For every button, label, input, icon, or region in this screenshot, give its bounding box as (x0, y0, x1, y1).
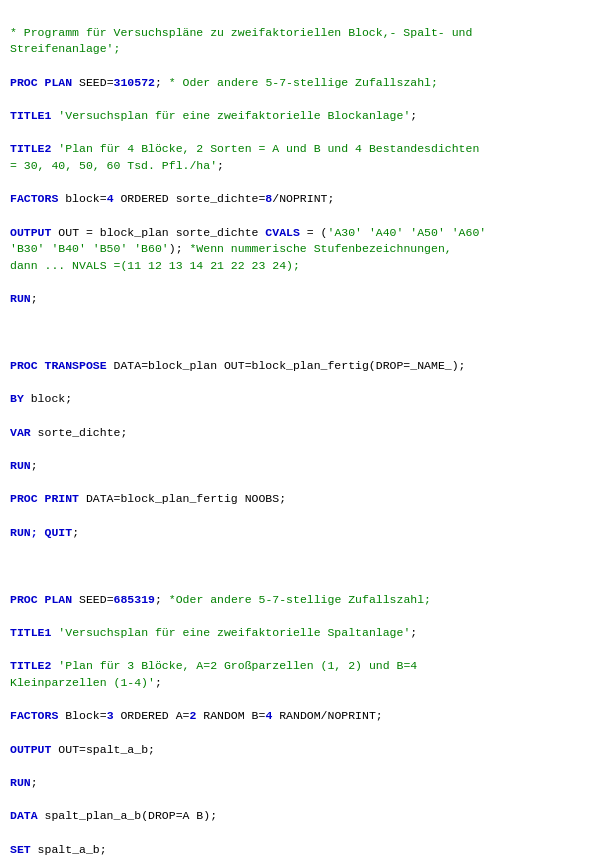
comment-line1: * Programm für Versuchspläne zu zweifakt… (10, 26, 472, 56)
code18: ; (31, 776, 38, 789)
str4: 'Versuchsplan für eine zweifaktorielle S… (58, 626, 410, 639)
kw-run2: RUN (10, 459, 31, 472)
code6: ; (31, 292, 38, 305)
kw-set1: SET (10, 843, 31, 856)
val4: 685319 (114, 593, 155, 606)
code9: sorte_dichte; (31, 426, 128, 439)
kw-run4: RUN (10, 776, 31, 789)
code16c: RANDOM B= (196, 709, 265, 722)
code15b: ; (155, 676, 162, 689)
code12: ; (72, 526, 79, 539)
kw-proc4: PROC PLAN (10, 593, 72, 606)
code13: SEED= (72, 593, 113, 606)
kw-var1: VAR (10, 426, 31, 439)
kw-output2: OUTPUT (10, 743, 51, 756)
kw-cvals: CVALS (265, 226, 300, 239)
code19: spalt_plan_a_b(DROP=A B); (38, 809, 217, 822)
kw-title1a: TITLE1 (10, 109, 51, 122)
code13b: ; (155, 593, 169, 606)
code11: DATA=block_plan_fertig NOOBS; (79, 492, 286, 505)
str5: 'Plan für 3 Blöcke, A=2 Großparzellen (1… (10, 659, 417, 689)
kw-factors2: FACTORS (10, 709, 58, 722)
code-container: * Programm für Versuchspläne zu zweifakt… (10, 8, 585, 863)
str1: 'Versuchsplan für eine zweifaktorielle B… (58, 109, 410, 122)
code16: Block= (58, 709, 106, 722)
code10: ; (31, 459, 38, 472)
code5: OUT = block_plan sorte_dichte (51, 226, 265, 239)
code5b: = ( (300, 226, 328, 239)
code5c: ); (169, 242, 190, 255)
kw-output1: OUTPUT (10, 226, 51, 239)
code20: spalt_a_b; (31, 843, 107, 856)
kw-title2b: TITLE2 (10, 659, 51, 672)
kw-proc1: PROC PLAN (10, 76, 72, 89)
code2b: ; (410, 109, 417, 122)
str2: 'Plan für 4 Blöcke, 2 Sorten = A und B u… (10, 142, 479, 172)
code16d: RANDOM/NOPRINT; (272, 709, 382, 722)
kw-by1: BY (10, 392, 24, 405)
code4: block= (58, 192, 106, 205)
comment2: * Oder andere 5-7-stellige Zufallszahl; (169, 76, 438, 89)
code4c: /NOPRINT; (272, 192, 334, 205)
code3b: ; (217, 159, 224, 172)
kw-run1: RUN (10, 292, 31, 305)
kw-factors1: FACTORS (10, 192, 58, 205)
val1: 310572 (114, 76, 155, 89)
kw-title2a: TITLE2 (10, 142, 51, 155)
code4b: ORDERED sorte_dichte= (114, 192, 266, 205)
code14b: ; (410, 626, 417, 639)
code17: OUT=spalt_a_b; (51, 743, 155, 756)
code8: block; (24, 392, 72, 405)
kw-data1: DATA (10, 809, 38, 822)
code16b: ORDERED A= (114, 709, 190, 722)
kw-proc3: PROC PRINT (10, 492, 79, 505)
kw-run3: RUN; QUIT (10, 526, 72, 539)
kw-title1b: TITLE1 (10, 626, 51, 639)
val5: 3 (107, 709, 114, 722)
code7: DATA=block_plan OUT=block_plan_fertig(DR… (107, 359, 466, 372)
code1b: ; (155, 76, 169, 89)
val2: 4 (107, 192, 114, 205)
comment4: *Oder andere 5-7-stellige Zufallszahl; (169, 593, 431, 606)
code1: SEED= (72, 76, 113, 89)
kw-proc2: PROC TRANSPOSE (10, 359, 107, 372)
